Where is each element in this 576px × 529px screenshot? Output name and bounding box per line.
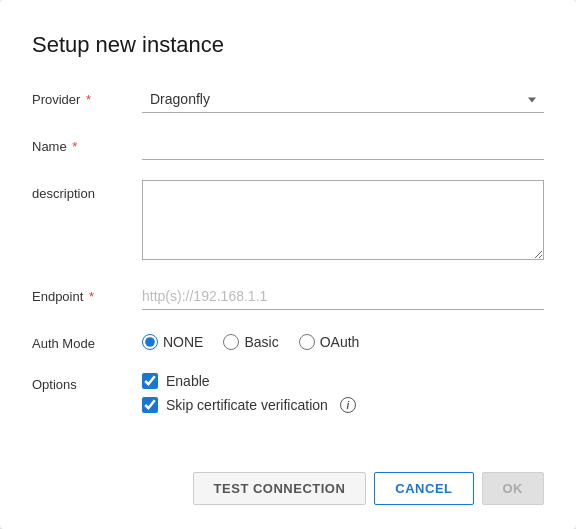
provider-label: Provider * — [32, 86, 142, 107]
options-control: Enable Skip certificate verification i — [142, 371, 544, 413]
radio-basic-label: Basic — [244, 334, 278, 350]
endpoint-row: Endpoint * — [32, 283, 544, 310]
name-required: * — [72, 139, 77, 154]
cancel-button[interactable]: CANCEL — [374, 472, 473, 505]
name-label: Name * — [32, 133, 142, 154]
dialog-footer: TEST CONNECTION CANCEL OK — [32, 448, 544, 505]
enable-label: Enable — [166, 373, 210, 389]
setup-dialog: Setup new instance Provider * Dragonfly … — [0, 0, 576, 529]
endpoint-required: * — [89, 289, 94, 304]
auth-mode-row: Auth Mode NONE Basic OAuth — [32, 330, 544, 351]
dialog-title: Setup new instance — [32, 32, 544, 58]
auth-mode-radio-group: NONE Basic OAuth — [142, 330, 544, 350]
radio-oauth[interactable]: OAuth — [299, 334, 360, 350]
description-control — [142, 180, 544, 263]
form-body: Provider * Dragonfly Name * — [32, 86, 544, 440]
auth-mode-control: NONE Basic OAuth — [142, 330, 544, 350]
name-control — [142, 133, 544, 160]
provider-control: Dragonfly — [142, 86, 544, 113]
skip-cert-checkbox[interactable] — [142, 397, 158, 413]
options-row: Options Enable Skip certificate verifica… — [32, 371, 544, 413]
radio-oauth-input[interactable] — [299, 334, 315, 350]
endpoint-input[interactable] — [142, 283, 544, 310]
radio-none-label: NONE — [163, 334, 203, 350]
enable-checkbox[interactable] — [142, 373, 158, 389]
name-row: Name * — [32, 133, 544, 160]
enable-checkbox-item[interactable]: Enable — [142, 373, 544, 389]
provider-required: * — [86, 92, 91, 107]
options-label: Options — [32, 371, 142, 392]
skip-cert-checkbox-item[interactable]: Skip certificate verification i — [142, 397, 544, 413]
skip-cert-label: Skip certificate verification — [166, 397, 328, 413]
provider-select[interactable]: Dragonfly — [142, 86, 544, 113]
radio-none-input[interactable] — [142, 334, 158, 350]
skip-cert-info-icon[interactable]: i — [340, 397, 356, 413]
test-connection-button[interactable]: TEST CONNECTION — [193, 472, 367, 505]
ok-button[interactable]: OK — [482, 472, 545, 505]
radio-oauth-label: OAuth — [320, 334, 360, 350]
radio-basic[interactable]: Basic — [223, 334, 278, 350]
endpoint-label: Endpoint * — [32, 283, 142, 304]
name-input[interactable] — [142, 133, 544, 160]
provider-select-wrapper: Dragonfly — [142, 86, 544, 113]
provider-row: Provider * Dragonfly — [32, 86, 544, 113]
description-textarea[interactable] — [142, 180, 544, 260]
auth-mode-label: Auth Mode — [32, 330, 142, 351]
description-label: description — [32, 180, 142, 201]
description-row: description — [32, 180, 544, 263]
radio-basic-input[interactable] — [223, 334, 239, 350]
options-checkbox-group: Enable Skip certificate verification i — [142, 371, 544, 413]
endpoint-control — [142, 283, 544, 310]
radio-none[interactable]: NONE — [142, 334, 203, 350]
